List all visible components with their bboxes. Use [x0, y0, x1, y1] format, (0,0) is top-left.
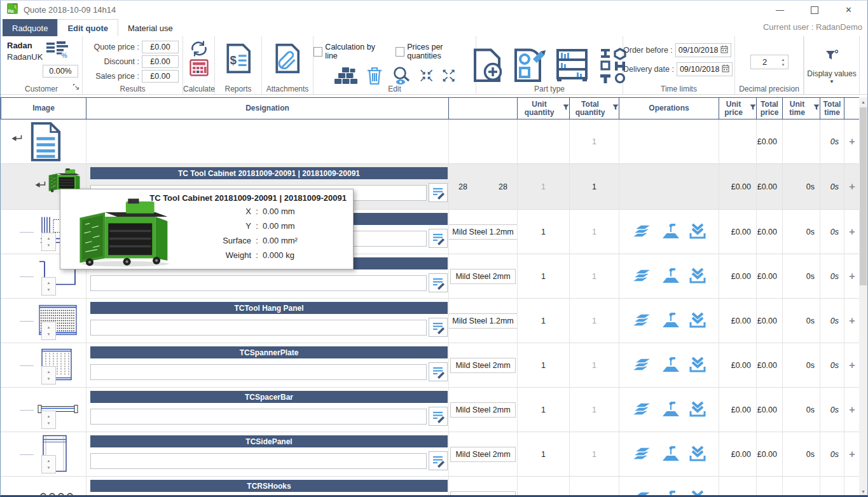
unload-operation-icon[interactable]	[689, 489, 706, 496]
notes-button[interactable]	[429, 407, 448, 426]
col-header-designation[interactable]: Designation	[86, 98, 449, 119]
sheet-operation-icon[interactable]	[631, 222, 653, 241]
sheet-operation-icon[interactable]	[631, 311, 653, 330]
add-operation-icon[interactable]: +	[849, 136, 855, 147]
bend-operation-icon[interactable]	[661, 489, 680, 496]
spinner-down-icon[interactable]: ▼	[47, 332, 51, 336]
delivery-date-field[interactable]: 09/10/2018	[677, 62, 733, 76]
filter-icon[interactable]	[563, 104, 569, 112]
sheet-operation-icon[interactable]	[631, 445, 653, 463]
expand-all-icon[interactable]: ↖↗↙↘	[442, 69, 456, 83]
spinner-down-icon[interactable]: ▼	[47, 466, 51, 470]
bend-operation-icon[interactable]	[661, 356, 680, 375]
unit-quantity-cell[interactable]: 1	[518, 343, 570, 388]
collapse-row-icon[interactable]	[34, 181, 46, 191]
calendar-icon[interactable]	[720, 45, 728, 55]
scroll-down-icon[interactable]: ▼	[859, 487, 867, 496]
spinner-up-icon[interactable]: ▲	[47, 414, 51, 418]
delete-icon[interactable]	[366, 66, 383, 85]
edit-part-icon[interactable]	[512, 48, 546, 83]
add-operation-cell[interactable]: +	[844, 210, 860, 254]
add-operation-icon[interactable]: +	[849, 226, 855, 238]
decimal-precision-stepper[interactable]: 2 ▲▼	[750, 55, 789, 69]
notes-button[interactable]	[429, 183, 448, 202]
col-header-operations[interactable]: Operations	[619, 98, 719, 119]
table-row[interactable]: ▲▼TCTool Hang Panel Mild Steel 1.2mm11 £…	[1, 299, 867, 343]
add-operation-icon[interactable]: +	[849, 315, 855, 327]
col-header-total-time[interactable]: Total time	[820, 98, 844, 119]
material-chip[interactable]: Mild Steel 2mm	[450, 269, 515, 284]
order-before-field[interactable]: 09/10/2018	[675, 43, 732, 57]
calendar-icon[interactable]	[722, 64, 729, 74]
scrollbar-thumb[interactable]	[860, 107, 867, 285]
prices-per-quantities-checkbox[interactable]: Prices per quantities	[396, 43, 476, 60]
designation-input[interactable]	[90, 409, 427, 425]
table-row[interactable]: ▲▼TCSidePanel Mild Steel 2mm11 £0.00£0.0…	[1, 432, 867, 477]
preview-search-icon[interactable]	[391, 66, 411, 85]
calculator-icon[interactable]	[189, 59, 209, 76]
filter-icon[interactable]	[750, 104, 756, 112]
unload-operation-icon[interactable]	[689, 222, 706, 242]
filter-icon[interactable]	[813, 104, 820, 112]
material-chip[interactable]: Mild Steel 2mm	[450, 358, 515, 373]
maximize-button[interactable]	[811, 6, 818, 14]
row-order-spinner[interactable]: ▲▼	[41, 277, 56, 296]
unit-quantity-cell[interactable]: 1	[518, 477, 570, 496]
bend-operation-icon[interactable]	[661, 311, 680, 330]
add-operation-cell[interactable]: +	[844, 388, 860, 432]
designation-input[interactable]	[90, 275, 427, 291]
material-chip[interactable]: Mild Steel 2mm	[450, 491, 515, 496]
unload-operation-icon[interactable]	[689, 311, 706, 330]
add-operation-icon[interactable]: +	[849, 271, 855, 282]
spinner-up-icon[interactable]: ▲	[47, 459, 51, 463]
quote-price-field[interactable]: £0.00	[142, 41, 179, 53]
spinner-up-icon[interactable]: ▲	[47, 236, 51, 240]
attachments-icon[interactable]	[274, 43, 301, 74]
designation-header[interactable]: TCSpannerPlate	[90, 346, 448, 358]
notes-button[interactable]	[429, 318, 448, 337]
add-operation-icon[interactable]: +	[849, 404, 855, 416]
checkbox-icon[interactable]	[313, 47, 322, 57]
row-order-spinner[interactable]: ▲▼	[41, 411, 56, 429]
bend-operation-icon[interactable]	[661, 267, 680, 286]
scroll-up-icon[interactable]: ▲	[859, 97, 867, 106]
add-operation-cell[interactable]: +	[844, 254, 860, 299]
unload-operation-icon[interactable]	[689, 445, 706, 464]
add-operation-cell[interactable]: +	[844, 477, 860, 496]
notes-button[interactable]	[429, 451, 448, 470]
build-assembly-icon[interactable]	[334, 67, 358, 85]
unit-quantity-cell[interactable]: 1	[518, 210, 570, 254]
unit-quantity-cell[interactable]: 1	[518, 432, 570, 477]
tab-material-use[interactable]: Material use	[118, 19, 183, 36]
add-operation-cell[interactable]: +	[844, 432, 860, 477]
assembly-shelf-icon[interactable]	[556, 48, 589, 83]
add-operation-icon[interactable]: +	[849, 449, 855, 460]
notes-button[interactable]	[429, 362, 448, 381]
row-order-spinner[interactable]: ▲▼	[41, 233, 56, 251]
sheet-operation-icon[interactable]	[631, 489, 653, 496]
close-button[interactable]: ✕	[845, 6, 852, 14]
spinner-down-icon[interactable]: ▼	[47, 377, 51, 381]
spinner-up-icon[interactable]: ▲	[47, 281, 51, 285]
col-header-total-quantity[interactable]: Total quantity	[570, 98, 619, 119]
filter-icon[interactable]	[612, 104, 619, 112]
discount-rate-icon[interactable]: %	[46, 41, 69, 60]
ribbon-group-display-values[interactable]: Display values ▼	[804, 36, 860, 94]
spinner-down-icon[interactable]: ▼	[47, 421, 51, 425]
recalculate-icon[interactable]	[189, 39, 209, 58]
spinner-up-icon[interactable]: ▲	[47, 370, 51, 374]
designation-input[interactable]	[90, 364, 427, 380]
reports-icon[interactable]: $	[225, 43, 252, 74]
collapse-all-icon[interactable]: ↘↙↗↖	[420, 69, 434, 83]
material-chip[interactable]: Mild Steel 1.2mm	[449, 313, 518, 329]
bend-operation-icon[interactable]	[661, 400, 680, 419]
designation-header[interactable]: TCSidePanel	[90, 435, 448, 447]
customer-discount-field[interactable]: 0.00%	[43, 65, 78, 78]
discount-field[interactable]: £0.00	[142, 55, 179, 68]
unload-operation-icon[interactable]	[689, 400, 706, 419]
tab-edit-quote[interactable]: Edit quote	[57, 19, 118, 36]
sheet-operation-icon[interactable]	[631, 400, 653, 419]
bend-operation-icon[interactable]	[661, 445, 680, 464]
designation-input[interactable]	[90, 320, 427, 336]
add-operation-cell[interactable]: +	[844, 343, 860, 388]
